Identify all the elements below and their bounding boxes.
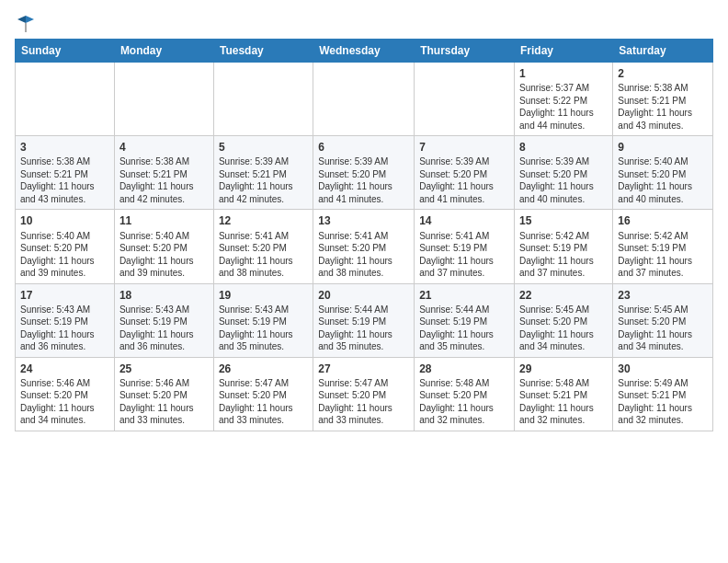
day-info: Sunrise: 5:47 AMSunset: 5:20 PMDaylight:…	[219, 377, 308, 427]
day-info: Sunrise: 5:44 AMSunset: 5:19 PMDaylight:…	[318, 304, 409, 353]
day-info: Sunrise: 5:40 AMSunset: 5:20 PMDaylight:…	[618, 155, 708, 205]
calendar-cell: 30Sunrise: 5:49 AMSunset: 5:21 PMDayligh…	[613, 357, 713, 431]
day-number: 11	[119, 213, 209, 228]
day-info: Sunrise: 5:45 AMSunset: 5:20 PMDaylight:…	[519, 304, 608, 353]
day-info: Sunrise: 5:45 AMSunset: 5:20 PMDaylight:…	[618, 304, 708, 353]
day-info: Sunrise: 5:44 AMSunset: 5:19 PMDaylight:…	[419, 304, 509, 353]
day-info: Sunrise: 5:40 AMSunset: 5:20 PMDaylight:…	[119, 230, 209, 280]
day-number: 27	[318, 362, 409, 376]
day-info: Sunrise: 5:40 AMSunset: 5:20 PMDaylight:…	[20, 230, 109, 280]
calendar-cell: 3Sunrise: 5:38 AMSunset: 5:21 PMDaylight…	[16, 136, 115, 210]
calendar-cell: 10Sunrise: 5:40 AMSunset: 5:20 PMDayligh…	[16, 210, 115, 283]
day-info: Sunrise: 5:47 AMSunset: 5:20 PMDaylight:…	[318, 377, 409, 427]
day-info: Sunrise: 5:37 AMSunset: 5:22 PMDaylight:…	[519, 82, 608, 132]
day-info: Sunrise: 5:43 AMSunset: 5:19 PMDaylight:…	[119, 304, 209, 353]
calendar-cell: 23Sunrise: 5:45 AMSunset: 5:20 PMDayligh…	[613, 283, 713, 357]
svg-rect-2	[26, 23, 27, 32]
day-info: Sunrise: 5:41 AMSunset: 5:20 PMDaylight:…	[219, 230, 308, 280]
col-header-sunday: Sunday	[16, 40, 115, 63]
calendar-cell: 14Sunrise: 5:41 AMSunset: 5:19 PMDayligh…	[415, 210, 515, 283]
day-number: 24	[20, 362, 109, 376]
day-info: Sunrise: 5:38 AMSunset: 5:21 PMDaylight:…	[618, 82, 708, 132]
calendar-cell: 9Sunrise: 5:40 AMSunset: 5:20 PMDaylight…	[613, 136, 713, 210]
calendar-cell: 21Sunrise: 5:44 AMSunset: 5:19 PMDayligh…	[415, 283, 515, 357]
day-number: 23	[618, 288, 708, 303]
calendar-cell: 4Sunrise: 5:38 AMSunset: 5:21 PMDaylight…	[114, 136, 213, 210]
day-number: 19	[219, 288, 308, 303]
day-info: Sunrise: 5:39 AMSunset: 5:20 PMDaylight:…	[318, 155, 409, 205]
header-row: SundayMondayTuesdayWednesdayThursdayFrid…	[16, 40, 713, 63]
day-number: 10	[20, 213, 109, 228]
day-number: 7	[419, 140, 509, 155]
day-info: Sunrise: 5:39 AMSunset: 5:21 PMDaylight:…	[219, 155, 308, 205]
day-info: Sunrise: 5:48 AMSunset: 5:20 PMDaylight:…	[419, 377, 509, 427]
day-number: 26	[219, 362, 308, 376]
calendar-page: SundayMondayTuesdayWednesdayThursdayFrid…	[0, 0, 728, 441]
day-info: Sunrise: 5:46 AMSunset: 5:20 PMDaylight:…	[119, 377, 209, 427]
calendar-cell: 8Sunrise: 5:39 AMSunset: 5:20 PMDaylight…	[515, 136, 613, 210]
calendar-cell: 15Sunrise: 5:42 AMSunset: 5:19 PMDayligh…	[515, 210, 613, 283]
calendar-cell: 5Sunrise: 5:39 AMSunset: 5:21 PMDaylight…	[213, 136, 313, 210]
day-number: 4	[119, 140, 209, 155]
day-info: Sunrise: 5:43 AMSunset: 5:19 PMDaylight:…	[20, 304, 109, 353]
day-info: Sunrise: 5:38 AMSunset: 5:21 PMDaylight:…	[119, 155, 209, 205]
day-number: 1	[519, 66, 608, 81]
day-info: Sunrise: 5:39 AMSunset: 5:20 PMDaylight:…	[419, 155, 509, 205]
calendar-cell: 11Sunrise: 5:40 AMSunset: 5:20 PMDayligh…	[114, 210, 213, 283]
calendar-cell: 2Sunrise: 5:38 AMSunset: 5:21 PMDaylight…	[613, 63, 713, 136]
col-header-thursday: Thursday	[415, 40, 515, 63]
svg-marker-1	[17, 16, 26, 23]
day-number: 25	[119, 362, 209, 376]
day-number: 18	[119, 288, 209, 303]
day-number: 20	[318, 288, 409, 303]
day-info: Sunrise: 5:46 AMSunset: 5:20 PMDaylight:…	[20, 377, 109, 427]
col-header-monday: Monday	[114, 40, 213, 63]
calendar-table: SundayMondayTuesdayWednesdayThursdayFrid…	[15, 39, 713, 431]
week-row-2: 3Sunrise: 5:38 AMSunset: 5:21 PMDaylight…	[16, 136, 713, 210]
calendar-cell: 7Sunrise: 5:39 AMSunset: 5:20 PMDaylight…	[415, 136, 515, 210]
calendar-cell: 20Sunrise: 5:44 AMSunset: 5:19 PMDayligh…	[313, 283, 415, 357]
calendar-cell: 6Sunrise: 5:39 AMSunset: 5:20 PMDaylight…	[313, 136, 415, 210]
day-number: 29	[519, 362, 608, 376]
day-info: Sunrise: 5:41 AMSunset: 5:19 PMDaylight:…	[419, 230, 509, 280]
week-row-3: 10Sunrise: 5:40 AMSunset: 5:20 PMDayligh…	[16, 210, 713, 283]
day-number: 21	[419, 288, 509, 303]
calendar-cell: 12Sunrise: 5:41 AMSunset: 5:20 PMDayligh…	[213, 210, 313, 283]
calendar-cell: 17Sunrise: 5:43 AMSunset: 5:19 PMDayligh…	[16, 283, 115, 357]
calendar-cell: 28Sunrise: 5:48 AMSunset: 5:20 PMDayligh…	[415, 357, 515, 431]
logo-area	[15, 15, 35, 31]
day-info: Sunrise: 5:38 AMSunset: 5:21 PMDaylight:…	[20, 155, 109, 205]
day-info: Sunrise: 5:42 AMSunset: 5:19 PMDaylight:…	[618, 230, 708, 280]
calendar-cell	[313, 63, 415, 136]
col-header-tuesday: Tuesday	[213, 40, 313, 63]
day-number: 16	[618, 213, 708, 228]
day-number: 30	[618, 362, 708, 376]
day-number: 14	[419, 213, 509, 228]
logo-flag-icon	[17, 15, 35, 33]
calendar-cell: 24Sunrise: 5:46 AMSunset: 5:20 PMDayligh…	[16, 357, 115, 431]
calendar-cell	[415, 63, 515, 136]
svg-marker-0	[26, 16, 34, 23]
day-info: Sunrise: 5:41 AMSunset: 5:20 PMDaylight:…	[318, 230, 409, 280]
day-info: Sunrise: 5:48 AMSunset: 5:21 PMDaylight:…	[519, 377, 608, 427]
day-number: 6	[318, 140, 409, 155]
calendar-cell	[213, 63, 313, 136]
calendar-cell: 22Sunrise: 5:45 AMSunset: 5:20 PMDayligh…	[515, 283, 613, 357]
day-number: 22	[519, 288, 608, 303]
calendar-cell: 13Sunrise: 5:41 AMSunset: 5:20 PMDayligh…	[313, 210, 415, 283]
day-number: 13	[318, 213, 409, 228]
week-row-4: 17Sunrise: 5:43 AMSunset: 5:19 PMDayligh…	[16, 283, 713, 357]
calendar-cell: 18Sunrise: 5:43 AMSunset: 5:19 PMDayligh…	[114, 283, 213, 357]
col-header-saturday: Saturday	[613, 40, 713, 63]
calendar-cell: 1Sunrise: 5:37 AMSunset: 5:22 PMDaylight…	[515, 63, 613, 136]
day-number: 2	[618, 66, 708, 81]
day-number: 28	[419, 362, 509, 376]
week-row-1: 1Sunrise: 5:37 AMSunset: 5:22 PMDaylight…	[16, 63, 713, 136]
calendar-cell: 27Sunrise: 5:47 AMSunset: 5:20 PMDayligh…	[313, 357, 415, 431]
day-number: 3	[20, 140, 109, 155]
day-info: Sunrise: 5:49 AMSunset: 5:21 PMDaylight:…	[618, 377, 708, 427]
week-row-5: 24Sunrise: 5:46 AMSunset: 5:20 PMDayligh…	[16, 357, 713, 431]
calendar-cell: 26Sunrise: 5:47 AMSunset: 5:20 PMDayligh…	[213, 357, 313, 431]
col-header-friday: Friday	[515, 40, 613, 63]
day-number: 15	[519, 213, 608, 228]
